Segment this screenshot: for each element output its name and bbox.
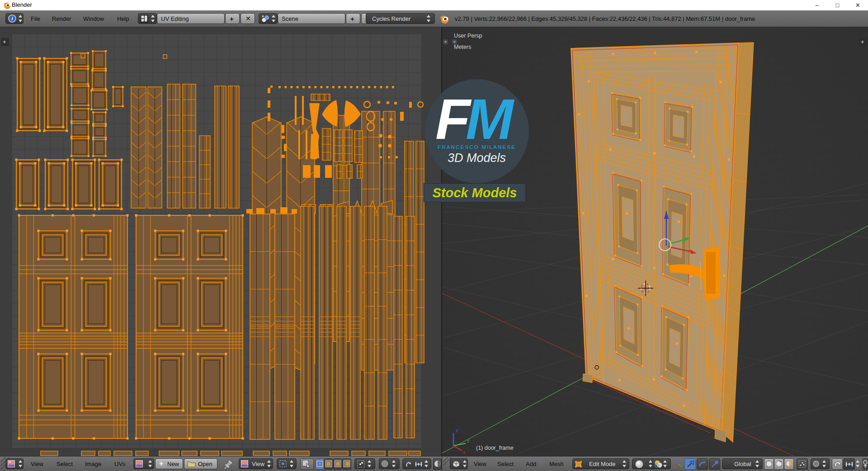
svg-text:x: x	[463, 449, 466, 455]
svg-text:z: z	[456, 428, 458, 433]
svg-text:y: y	[467, 438, 470, 443]
